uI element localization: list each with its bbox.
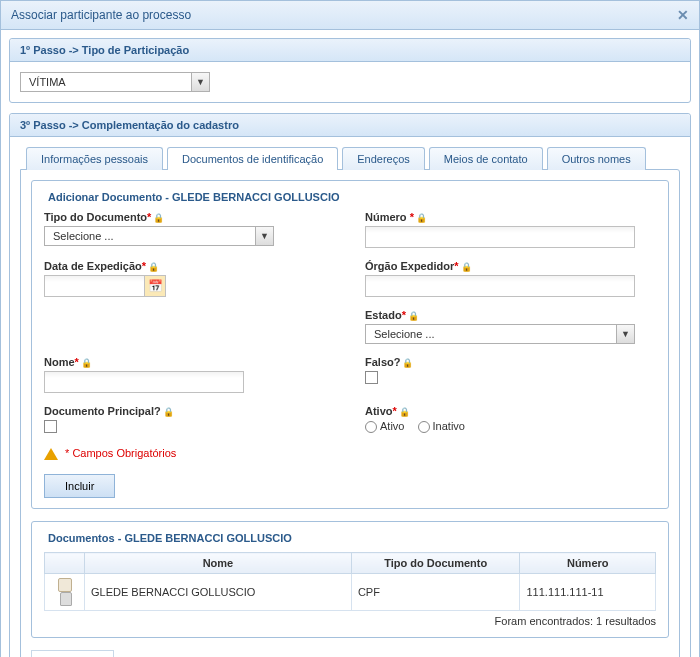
col-numero: Número <box>520 553 656 574</box>
lock-icon: 🔒 <box>81 358 92 368</box>
documents-list-fieldset: Documentos - GLEDE BERNACCI GOLLUSCIO No… <box>31 521 669 638</box>
documento-principal-checkbox[interactable] <box>44 420 57 433</box>
tipo-documento-label: Tipo do Documento*🔒 <box>44 211 335 223</box>
col-nome: Nome <box>85 553 352 574</box>
numero-input[interactable] <box>365 226 635 248</box>
chevron-down-icon[interactable]: ▼ <box>191 73 209 91</box>
tabs: Informações pessoais Documentos de ident… <box>20 147 680 170</box>
nome-input[interactable] <box>44 371 244 393</box>
estado-label: Estado*🔒 <box>365 309 656 321</box>
close-icon[interactable]: ✕ <box>677 7 689 23</box>
falso-label: Falso?🔒 <box>365 356 656 368</box>
lock-icon: 🔒 <box>402 358 413 368</box>
data-expedicao-label: Data de Expedição*🔒 <box>44 260 335 272</box>
lock-icon: 🔒 <box>408 311 419 321</box>
lock-icon: 🔒 <box>148 262 159 272</box>
modal-title: Associar participante ao processo <box>11 8 191 22</box>
participation-type-value: VÍTIMA <box>21 73 191 91</box>
inserir-button[interactable]: Inserir <box>31 650 114 657</box>
results-count: Foram encontrados: 1 resultados <box>44 615 656 627</box>
warning-icon <box>44 448 58 460</box>
documents-table: Nome Tipo do Documento Número <box>44 552 656 611</box>
lock-icon: 🔒 <box>163 407 174 417</box>
nome-label: Nome*🔒 <box>44 356 335 368</box>
step1-header: 1º Passo -> Tipo de Participação <box>10 39 690 62</box>
add-document-title: Adicionar Documento - GLEDE BERNACCI GOL… <box>44 191 344 203</box>
data-expedicao-input[interactable]: 📅 <box>44 275 166 297</box>
tab-enderecos[interactable]: Endereços <box>342 147 425 170</box>
participation-type-select[interactable]: VÍTIMA ▼ <box>20 72 210 92</box>
document-icon[interactable] <box>58 578 72 592</box>
estado-value: Selecione ... <box>366 325 616 343</box>
documento-principal-label: Documento Principal?🔒 <box>44 405 335 417</box>
tab-documentos[interactable]: Documentos de identificação <box>167 147 338 170</box>
data-expedicao-field[interactable] <box>44 275 144 297</box>
cell-numero: 111.111.111-11 <box>520 574 656 611</box>
inativo-radio[interactable] <box>418 421 430 433</box>
trash-icon[interactable] <box>60 592 72 606</box>
step3-header: 3º Passo -> Complementação do cadastro <box>10 114 690 137</box>
falso-checkbox[interactable] <box>365 371 378 384</box>
incluir-button[interactable]: Incluir <box>44 474 115 498</box>
tipo-documento-select[interactable]: Selecione ... ▼ <box>44 226 274 246</box>
chevron-down-icon[interactable]: ▼ <box>255 227 273 245</box>
lock-icon: 🔒 <box>461 262 472 272</box>
orgao-expedidor-input[interactable] <box>365 275 635 297</box>
tab-meios-contato[interactable]: Meios de contato <box>429 147 543 170</box>
lock-icon: 🔒 <box>153 213 164 223</box>
campos-obrigatorios-note: * Campos Obrigatórios <box>44 447 656 460</box>
table-row: GLEDE BERNACCI GOLLUSCIO CPF 111.111.111… <box>45 574 656 611</box>
col-tipo: Tipo do Documento <box>351 553 520 574</box>
step1-panel: 1º Passo -> Tipo de Participação VÍTIMA … <box>9 38 691 103</box>
lock-icon: 🔒 <box>399 407 410 417</box>
calendar-icon[interactable]: 📅 <box>144 275 166 297</box>
tipo-documento-value: Selecione ... <box>45 227 255 245</box>
col-actions <box>45 553 85 574</box>
cell-nome: GLEDE BERNACCI GOLLUSCIO <box>85 574 352 611</box>
numero-label: Número *🔒 <box>365 211 656 223</box>
ativo-label: Ativo*🔒 <box>365 405 656 417</box>
step3-panel: 3º Passo -> Complementação do cadastro I… <box>9 113 691 657</box>
lock-icon: 🔒 <box>416 213 427 223</box>
ativo-radio-group: Ativo Inativo <box>365 420 656 433</box>
chevron-down-icon[interactable]: ▼ <box>616 325 634 343</box>
ativo-radio[interactable] <box>365 421 377 433</box>
add-document-fieldset: Adicionar Documento - GLEDE BERNACCI GOL… <box>31 180 669 509</box>
documents-list-title: Documentos - GLEDE BERNACCI GOLLUSCIO <box>44 532 296 544</box>
orgao-expedidor-label: Órgão Expedidor*🔒 <box>365 260 656 272</box>
tab-informacoes-pessoais[interactable]: Informações pessoais <box>26 147 163 170</box>
tab-outros-nomes[interactable]: Outros nomes <box>547 147 646 170</box>
estado-select[interactable]: Selecione ... ▼ <box>365 324 635 344</box>
cell-tipo: CPF <box>351 574 520 611</box>
tab-body: Adicionar Documento - GLEDE BERNACCI GOL… <box>20 169 680 657</box>
titlebar: Associar participante ao processo ✕ <box>1 1 699 30</box>
modal: Associar participante ao processo ✕ 1º P… <box>0 0 700 657</box>
